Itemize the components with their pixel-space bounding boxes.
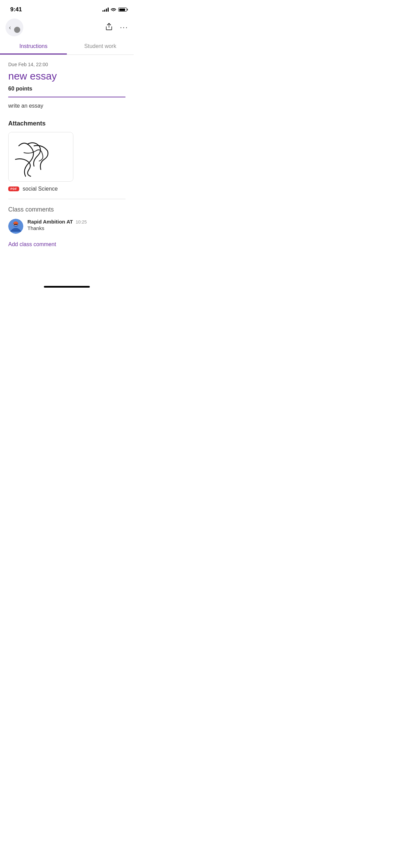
comment-time: 10:25 xyxy=(76,219,87,225)
home-bar xyxy=(44,286,90,288)
tab-bar: Instructions Student work xyxy=(0,39,134,55)
purple-divider xyxy=(8,97,125,97)
nav-right-actions: ··· xyxy=(105,23,128,32)
avatar xyxy=(8,219,23,234)
tab-student-work[interactable]: Student work xyxy=(67,39,134,55)
attachment-thumbnail[interactable] xyxy=(8,132,73,182)
svg-point-5 xyxy=(12,228,19,231)
description: write an essay xyxy=(8,103,125,109)
comment-header: Rapid Ambition AT 10:25 xyxy=(27,219,87,225)
pdf-attachment-row[interactable]: PDF social Science xyxy=(8,186,125,192)
assignment-title: new essay xyxy=(8,70,125,82)
more-button[interactable]: ··· xyxy=(120,24,128,31)
comment-text: Thanks xyxy=(27,225,87,231)
comment-author: Rapid Ambition AT xyxy=(27,219,73,225)
comment-item: Rapid Ambition AT 10:25 Thanks xyxy=(8,219,125,234)
back-dot-icon xyxy=(14,27,20,33)
share-button[interactable] xyxy=(105,23,113,32)
main-content: Due Feb 14, 22:00 new essay 60 points wr… xyxy=(0,55,134,254)
status-icons xyxy=(102,7,127,12)
pdf-name: social Science xyxy=(23,186,58,192)
signal-icon xyxy=(102,8,109,12)
svg-rect-0 xyxy=(9,132,73,181)
comment-body: Rapid Ambition AT 10:25 Thanks xyxy=(27,219,87,234)
tab-instructions[interactable]: Instructions xyxy=(0,39,67,55)
due-date: Due Feb 14, 22:00 xyxy=(8,62,125,67)
pdf-badge: PDF xyxy=(8,186,19,191)
wifi-icon xyxy=(111,7,116,12)
status-time: 9:41 xyxy=(10,6,22,13)
comments-section: Class comments xyxy=(8,206,125,248)
battery-icon xyxy=(118,8,127,12)
svg-rect-4 xyxy=(14,224,18,225)
points: 60 points xyxy=(8,86,125,92)
top-nav: ‹ ··· xyxy=(0,17,134,39)
status-bar: 9:41 xyxy=(0,0,134,17)
gray-divider xyxy=(8,199,125,199)
more-dots-icon: ··· xyxy=(120,23,128,32)
back-chevron-icon: ‹ xyxy=(9,24,11,31)
back-button[interactable]: ‹ xyxy=(5,19,23,36)
add-comment-button[interactable]: Add class comment xyxy=(8,241,56,248)
comments-title: Class comments xyxy=(8,206,125,213)
attachments-title: Attachments xyxy=(8,120,125,127)
home-indicator xyxy=(0,282,134,290)
